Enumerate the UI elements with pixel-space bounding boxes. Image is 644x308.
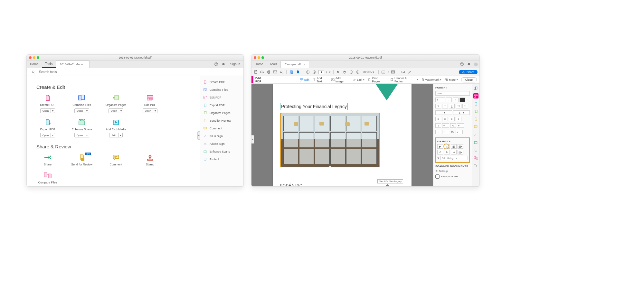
resize-handle[interactable] [329, 113, 331, 114]
horizontal-scale-button[interactable]: ↔ [435, 130, 441, 134]
nav-tools[interactable]: Tools [267, 61, 280, 68]
resize-handle[interactable] [379, 113, 380, 114]
resize-handle[interactable] [280, 139, 281, 141]
link-dropdown[interactable]: Link ▾ [353, 78, 365, 81]
tool-enhance-scans[interactable]: Enhance Scans Open▾ [71, 119, 93, 137]
rotate-ccw-button[interactable]: ↺ [437, 150, 443, 154]
speech-icon[interactable] [401, 70, 405, 74]
sidebar-comment[interactable]: Comment [203, 126, 241, 131]
italic-button[interactable]: T [442, 104, 448, 108]
page-up-icon[interactable] [306, 70, 310, 74]
rail-more-tools-icon[interactable] [473, 163, 478, 168]
sidebar-send-review[interactable]: Send for Review [203, 118, 241, 124]
flip-horizontal-button[interactable]: ▶ [437, 144, 443, 149]
search-input[interactable] [39, 70, 240, 74]
watermark-dropdown[interactable]: Watermark ▾ [421, 78, 442, 81]
nav-home[interactable]: Home [251, 61, 267, 68]
doc-icon[interactable] [296, 70, 300, 74]
help-icon[interactable] [459, 62, 464, 67]
tool-send-for-review[interactable]: NEW Send for Review [71, 154, 93, 166]
help-icon[interactable] [214, 62, 219, 67]
sign-in-link[interactable]: Sign In [227, 62, 243, 66]
hscale-value[interactable]: ▾ [442, 130, 449, 134]
number-list-button[interactable]: 1≡ ▾ [453, 110, 470, 115]
align-right-button[interactable]: ≡ [449, 117, 455, 121]
account-icon[interactable] [474, 62, 478, 67]
sidebar-combine-files[interactable]: Combine Files [203, 87, 241, 93]
arrange-dropdown[interactable]: ▦▾ [458, 144, 463, 149]
tool-organize-pages[interactable]: Organize Pages Open▾ [105, 94, 127, 113]
decrease-size-button[interactable]: - [446, 98, 452, 102]
line-spacing-value[interactable]: ▾ [442, 123, 449, 128]
font-size-select[interactable]: ▾ [435, 98, 445, 102]
resize-handle[interactable] [280, 166, 281, 167]
sidebar-organize-pages[interactable]: Organize Pages [203, 110, 241, 116]
bold-button[interactable]: T [435, 104, 441, 108]
document-tab[interactable]: 2018-09-01 Macw... [56, 61, 90, 68]
crop-pages-button[interactable]: Crop Pages [368, 77, 387, 83]
open-dropdown[interactable]: Open▾ [74, 133, 90, 137]
close-editbar-button[interactable]: Close [461, 77, 477, 82]
sidebar-enhance-scans[interactable]: Enhance Scans [203, 149, 241, 154]
resize-handle[interactable] [329, 166, 331, 167]
tool-export-pdf[interactable]: Export PDF Open▾ [36, 119, 59, 137]
edit-using-dropdown[interactable]: Edit Using... ▾ [440, 156, 468, 160]
resize-handle[interactable] [280, 113, 281, 114]
tool-comment[interactable]: Comment [105, 154, 127, 166]
rail-enhance-scans-icon[interactable] [473, 140, 478, 145]
align-justify-button[interactable]: ≡ [456, 117, 461, 121]
underline-button[interactable]: T [449, 104, 455, 108]
zoom-in-icon[interactable] [355, 70, 360, 74]
rail-send-review-icon[interactable] [473, 117, 478, 122]
align-center-button[interactable]: ≡ [442, 117, 448, 121]
rail-comment-icon[interactable] [473, 124, 478, 129]
add-dropdown[interactable]: Add▾ [109, 133, 122, 137]
hand-icon[interactable] [343, 70, 347, 74]
zoom-dropdown[interactable]: 82.6% ▾ [362, 70, 376, 75]
replace-image-button[interactable]: ⇄ [451, 150, 457, 154]
star-doc-icon[interactable] [289, 70, 294, 74]
para-spacing-value[interactable]: ▾ [457, 123, 464, 128]
tool-add-rich-media[interactable]: Add Rich Media Add▾ [105, 119, 127, 137]
document-area[interactable]: ▸ Protecting Your Financial Legacy [251, 84, 433, 186]
bullet-list-button[interactable]: ≡ ▾ [435, 110, 452, 115]
rail-create-pdf-icon[interactable] [473, 86, 478, 91]
sidebar-export-pdf[interactable]: Export PDF [203, 102, 241, 108]
nav-home[interactable]: Home [27, 61, 42, 68]
more-dropdown[interactable]: More ▾ [445, 78, 458, 81]
tool-stamp[interactable]: Stamp [139, 154, 161, 166]
crop-button[interactable]: ◧ [451, 144, 457, 149]
fit-width-icon[interactable] [381, 70, 386, 74]
close-tab-icon[interactable]: × [303, 63, 305, 66]
open-dropdown[interactable]: Open▾ [40, 108, 55, 113]
share-button[interactable]: Share [459, 70, 478, 74]
bell-icon[interactable] [221, 62, 226, 67]
align-objects-dropdown[interactable]: ▤▾ [458, 150, 463, 154]
fit-page-icon[interactable] [391, 70, 395, 74]
cloud-icon[interactable] [260, 70, 264, 74]
rail-protect-icon[interactable] [473, 147, 478, 153]
nav-tools[interactable]: Tools [42, 61, 56, 68]
collapse-sidebar-toggle[interactable]: ▸ [197, 131, 200, 140]
para-spacing-button[interactable]: ¶ [450, 123, 456, 128]
mail-icon[interactable] [273, 70, 277, 74]
align-left-button[interactable]: ≡ [435, 117, 441, 121]
pointer-icon[interactable] [336, 70, 341, 74]
rail-compare-icon[interactable] [473, 155, 478, 160]
highlight-icon[interactable] [407, 70, 412, 74]
flip-vertical-button[interactable]: ▲ [444, 144, 450, 149]
increase-size-button[interactable]: + [453, 98, 459, 102]
add-image-button[interactable]: Add Image [331, 77, 349, 83]
tool-combine-files[interactable]: Combine Files Open▾ [71, 94, 93, 113]
sidebar-protect[interactable]: Protect [203, 156, 241, 162]
document-tab[interactable]: Example.pdf× [280, 61, 309, 68]
rotate-cw-button[interactable]: ↻ [444, 150, 450, 154]
zoom-out-icon[interactable] [349, 70, 354, 74]
sidebar-fill-sign[interactable]: Fill & Sign [203, 133, 241, 139]
edit-mode-button[interactable]: Edit [299, 78, 309, 82]
rail-edit-pdf-icon[interactable] [473, 93, 478, 98]
rail-export-icon[interactable] [473, 101, 478, 106]
page-down-icon[interactable] [312, 70, 317, 74]
sidebar-create-pdf[interactable]: Create PDF [203, 79, 241, 85]
settings-row[interactable]: ⚙Settings [435, 170, 470, 173]
